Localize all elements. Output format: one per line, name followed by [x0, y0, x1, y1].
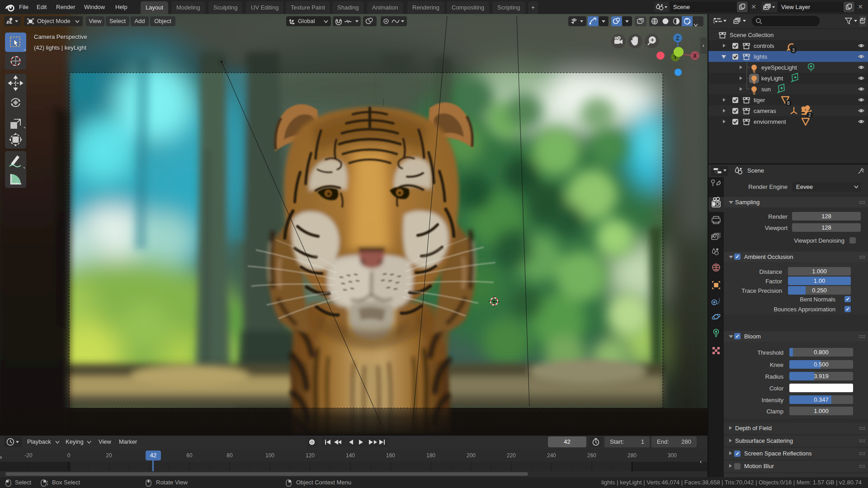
- svg-text:keyLight: keyLight: [761, 75, 783, 82]
- svg-text:eyeSpecLight: eyeSpecLight: [761, 64, 797, 71]
- svg-text:X: X: [693, 53, 697, 59]
- svg-text:enviornment: enviornment: [754, 118, 786, 125]
- svg-text:sun: sun: [761, 86, 771, 93]
- svg-text:lights: lights: [754, 53, 768, 60]
- svg-text:8: 8: [787, 101, 790, 106]
- svg-text:2: 2: [808, 113, 811, 117]
- svg-text:tiger: tiger: [754, 97, 765, 103]
- svg-text:3: 3: [792, 48, 795, 53]
- svg-text:cameras: cameras: [754, 108, 776, 114]
- svg-text:Scene Collection: Scene Collection: [730, 32, 774, 38]
- svg-text:Z: Z: [676, 35, 679, 42]
- svg-text:controls: controls: [754, 42, 774, 49]
